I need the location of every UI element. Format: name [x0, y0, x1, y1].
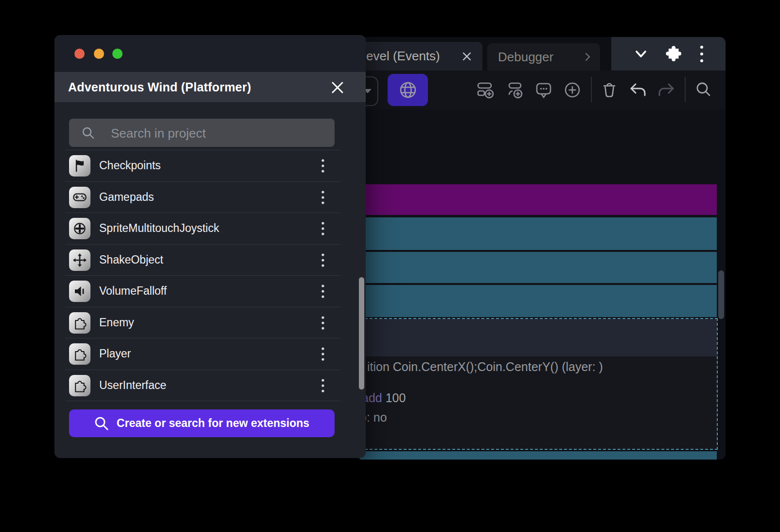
- flag-icon: [69, 155, 90, 177]
- event-action-text[interactable]: ition Coin.CenterX();Coin.CenterY() (lay…: [367, 360, 603, 374]
- close-tab-icon[interactable]: [461, 51, 473, 62]
- puzzle-icon: [69, 375, 90, 396]
- joystick-icon: [69, 218, 90, 239]
- editor-window: evel (Events) Debugger: [355, 37, 726, 460]
- event-variable-text[interactable]: add 100: [362, 391, 406, 405]
- extension-label: ShakeObject: [99, 253, 163, 266]
- event-row[interactable]: [360, 184, 717, 215]
- events-sheet: ition Coin.CenterX();Coin.CenterY() (lay…: [355, 109, 726, 460]
- window-controls-block: [611, 37, 726, 71]
- add-comment-button[interactable]: [533, 79, 554, 101]
- project-title: Adventurous Wind (Platformer): [68, 80, 251, 94]
- tab-scene-events[interactable]: evel (Events): [355, 42, 482, 71]
- minimize-window-button[interactable]: [94, 49, 104, 59]
- events-toolbar: [355, 71, 726, 109]
- extension-item-gamepads[interactable]: Gamepads: [65, 182, 340, 213]
- event-row[interactable]: [360, 217, 717, 250]
- extensions-list: Checkpoints Gamepads: [65, 150, 340, 401]
- event-row[interactable]: [360, 451, 717, 460]
- project-manager-panel: Adventurous Wind (Platformer): [54, 35, 366, 458]
- kebab-menu-icon[interactable]: [319, 315, 327, 331]
- extension-label: Checkpoints: [99, 159, 161, 172]
- tab-bar: evel (Events) Debugger: [355, 37, 726, 71]
- toolbar-divider: [591, 77, 592, 102]
- add-subevent-button[interactable]: [504, 79, 525, 101]
- close-window-button[interactable]: [74, 49, 85, 59]
- extension-label: Player: [99, 347, 131, 360]
- event-condition-block[interactable]: [355, 319, 717, 356]
- puzzle-piece-icon[interactable]: [665, 45, 683, 63]
- extension-item-player[interactable]: Player: [65, 338, 340, 370]
- extension-label: VolumeFalloff: [99, 284, 167, 298]
- move-arrows-icon: [69, 249, 90, 271]
- kebab-menu-icon[interactable]: [699, 45, 704, 63]
- event-row[interactable]: [360, 285, 717, 317]
- extension-item-joystick[interactable]: SpriteMultitouchJoystick: [65, 213, 340, 245]
- create-extension-button[interactable]: Create or search for new extensions: [69, 409, 335, 437]
- panel-titlebar: [54, 35, 366, 72]
- kebab-menu-icon[interactable]: [319, 284, 327, 299]
- extension-label: UserInterface: [99, 379, 166, 392]
- chevron-right-icon[interactable]: [583, 52, 592, 62]
- extension-item-volumefalloff[interactable]: VolumeFalloff: [65, 276, 340, 307]
- globe-icon: [398, 80, 418, 100]
- search-field[interactable]: [69, 119, 335, 147]
- puzzle-icon: [69, 343, 90, 365]
- kebab-menu-icon[interactable]: [319, 158, 327, 174]
- event-row[interactable]: [360, 252, 717, 283]
- search-input[interactable]: [110, 119, 326, 148]
- undo-button[interactable]: [627, 79, 649, 101]
- extension-label: Gamepads: [99, 191, 154, 204]
- circle-plus-button[interactable]: [562, 79, 583, 101]
- chevron-down-icon[interactable]: [633, 47, 649, 61]
- extension-label: SpriteMultitouchJoystick: [99, 222, 219, 235]
- gamepad-icon: [69, 187, 90, 208]
- delete-button[interactable]: [599, 79, 620, 101]
- extension-item-shakeobject[interactable]: ShakeObject: [65, 245, 340, 276]
- search-icon: [82, 126, 95, 140]
- globe-button[interactable]: [388, 74, 428, 106]
- kebab-menu-icon[interactable]: [319, 190, 327, 205]
- kebab-menu-icon[interactable]: [319, 378, 327, 393]
- search-icon: [94, 416, 109, 431]
- extension-item-userinterface[interactable]: UserInterface: [65, 370, 340, 402]
- selected-event[interactable]: ition Coin.CenterX();Coin.CenterY() (lay…: [355, 318, 718, 450]
- panel-scrollbar[interactable]: [359, 277, 364, 390]
- kebab-menu-icon[interactable]: [319, 221, 327, 236]
- search-events-button[interactable]: [693, 79, 714, 101]
- events-scrollbar[interactable]: [718, 270, 724, 319]
- create-extension-label: Create or search for new extensions: [117, 417, 309, 430]
- extension-item-checkpoints[interactable]: Checkpoints: [65, 150, 340, 182]
- add-event-button[interactable]: [475, 79, 496, 101]
- redo-button[interactable]: [656, 79, 677, 101]
- toolbar-divider: [685, 77, 686, 102]
- tab-label: evel (Events): [366, 49, 440, 64]
- extension-label: Enemy: [99, 316, 134, 329]
- tab-debugger[interactable]: Debugger: [487, 43, 600, 71]
- extension-item-enemy[interactable]: Enemy: [65, 307, 340, 339]
- zoom-window-button[interactable]: [112, 49, 123, 59]
- close-panel-icon[interactable]: [331, 81, 344, 94]
- speaker-icon: [69, 281, 90, 302]
- kebab-menu-icon[interactable]: [319, 252, 327, 268]
- screen: evel (Events) Debugger: [0, 0, 780, 532]
- puzzle-icon: [69, 312, 90, 334]
- tab-label: Debugger: [498, 50, 553, 65]
- kebab-menu-icon[interactable]: [319, 346, 327, 362]
- panel-header: Adventurous Wind (Platformer): [54, 72, 366, 102]
